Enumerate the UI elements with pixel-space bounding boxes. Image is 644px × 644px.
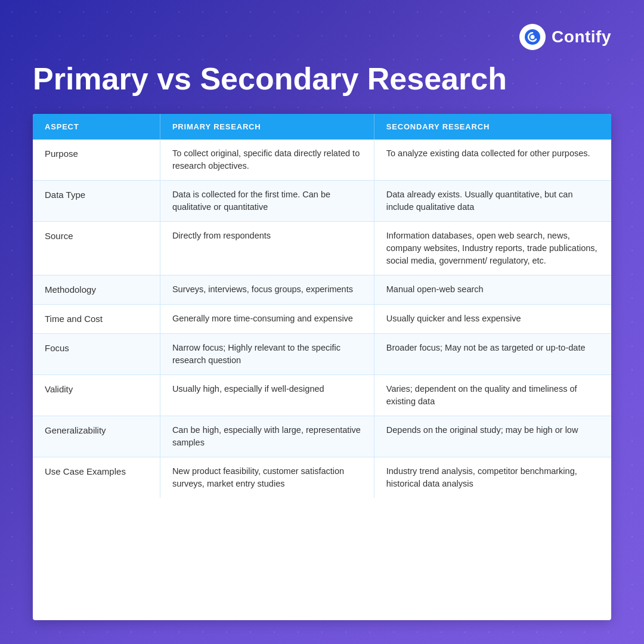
cell-secondary-0: To analyze existing data collected for o…	[374, 140, 611, 181]
cell-aspect-5: Focus	[33, 333, 160, 374]
table-row: GeneralizabilityCan be high, especially …	[33, 416, 611, 457]
cell-aspect-1: Data Type	[33, 181, 160, 222]
header: Contify	[33, 24, 611, 50]
logo-text: Contify	[552, 27, 611, 47]
cell-primary-3: Surveys, interviews, focus groups, exper…	[160, 275, 374, 305]
cell-aspect-2: Source	[33, 222, 160, 275]
svg-point-1	[531, 35, 535, 39]
cell-primary-0: To collect original, specific data direc…	[160, 140, 374, 181]
logo-icon	[519, 24, 546, 50]
table-row: FocusNarrow focus; Highly relevant to th…	[33, 333, 611, 374]
cell-aspect-4: Time and Cost	[33, 305, 160, 334]
cell-aspect-3: Methodology	[33, 275, 160, 305]
cell-secondary-8: Industry trend analysis, competitor benc…	[374, 457, 611, 498]
cell-aspect-0: Purpose	[33, 140, 160, 181]
cell-aspect-7: Generalizability	[33, 416, 160, 457]
table-row: PurposeTo collect original, specific dat…	[33, 140, 611, 181]
table-row: SourceDirectly from respondentsInformati…	[33, 222, 611, 275]
cell-primary-6: Usually high, especially if well-designe…	[160, 374, 374, 416]
cell-primary-2: Directly from respondents	[160, 222, 374, 275]
cell-secondary-7: Depends on the original study; may be hi…	[374, 416, 611, 457]
col-header-secondary: SECONDARY RESEARCH	[374, 114, 611, 140]
table-row: Data TypeData is collected for the first…	[33, 181, 611, 222]
comparison-table-wrapper: ASPECT PRIMARY RESEARCH SECONDARY RESEAR…	[33, 114, 611, 620]
cell-secondary-6: Varies; dependent on the quality and tim…	[374, 374, 611, 416]
cell-aspect-6: Validity	[33, 374, 160, 416]
table-header-row: ASPECT PRIMARY RESEARCH SECONDARY RESEAR…	[33, 114, 611, 140]
col-header-primary: PRIMARY RESEARCH	[160, 114, 374, 140]
page-container: Contify Primary vs Secondary Research AS…	[0, 0, 644, 644]
col-header-aspect: ASPECT	[33, 114, 160, 140]
cell-primary-8: New product feasibility, customer satisf…	[160, 457, 374, 498]
cell-primary-4: Generally more time-consuming and expens…	[160, 305, 374, 334]
table-row: MethodologySurveys, interviews, focus gr…	[33, 275, 611, 305]
cell-secondary-5: Broader focus; May not be as targeted or…	[374, 333, 611, 374]
comparison-table: ASPECT PRIMARY RESEARCH SECONDARY RESEAR…	[33, 114, 611, 498]
page-title: Primary vs Secondary Research	[33, 62, 611, 96]
cell-primary-1: Data is collected for the first time. Ca…	[160, 181, 374, 222]
cell-secondary-2: Information databases, open web search, …	[374, 222, 611, 275]
cell-primary-5: Narrow focus; Highly relevant to the spe…	[160, 333, 374, 374]
table-row: ValidityUsually high, especially if well…	[33, 374, 611, 416]
cell-secondary-1: Data already exists. Usually quantitativ…	[374, 181, 611, 222]
table-row: Use Case ExamplesNew product feasibility…	[33, 457, 611, 498]
cell-secondary-3: Manual open-web search	[374, 275, 611, 305]
cell-secondary-4: Usually quicker and less expensive	[374, 305, 611, 334]
table-row: Time and CostGenerally more time-consumi…	[33, 305, 611, 334]
cell-aspect-8: Use Case Examples	[33, 457, 160, 498]
logo: Contify	[519, 24, 611, 50]
cell-primary-7: Can be high, especially with large, repr…	[160, 416, 374, 457]
